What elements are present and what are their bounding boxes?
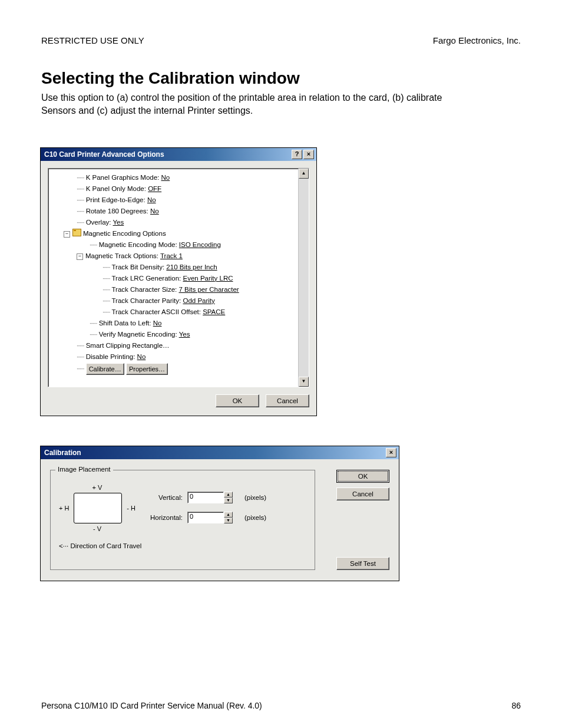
tree-item: ······· Calibrate… Properties… [52,363,296,375]
tree-item[interactable]: ······· Track Character Size: 7 Bits per… [52,284,296,295]
page-number: 86 [511,701,521,710]
direction-label: <··· Direction of Card Travel [59,542,306,549]
properties-button[interactable]: Properties… [126,363,168,375]
tree-item-value: No [161,174,170,181]
tree-item-label: Track Character Size: [111,286,177,293]
tree-item-value: 210 Bits per Inch [166,263,217,271]
minus-v-label: - V [59,525,135,533]
tree-item[interactable]: ······· Print Edge-to-Edge: No [52,195,296,206]
tree-connector-icon: ······· [77,174,84,181]
tree-connector-icon: ······· [77,365,84,372]
intro-text: Use this option to (a) control the posit… [41,91,465,118]
horizontal-units: (pixels) [244,514,266,521]
close-icon[interactable]: × [386,448,396,457]
advanced-options-dialog: C10 Card Printer Advanced Options ? × ··… [40,147,317,416]
tree-item-value: Yes [179,331,190,338]
vertical-input[interactable]: 0 [187,492,224,503]
tree-item-value: Even Parity LRC [183,275,233,282]
tree-item-value: No [137,353,146,360]
card-rect-icon [74,493,122,523]
tree-connector-icon: ······· [103,298,110,304]
ok-button[interactable]: OK [336,470,389,483]
tree-item-value: No [147,196,156,203]
tree-item-value: ISO Encoding [179,241,221,248]
titlebar: Calibration × [41,446,399,459]
calibrate-button[interactable]: Calibrate… [86,363,124,375]
tree-item-label: Track LRC Generation: [111,275,181,282]
tree-item[interactable]: ······· Smart Clipping Rectangle… [52,340,296,351]
tree-item[interactable]: −Magnetic Encoding Options [52,228,296,239]
tree-connector-icon: ······· [90,242,97,248]
folder-icon [72,229,81,236]
tree-item[interactable]: ······· Track Character Parity: Odd Pari… [52,295,296,307]
tree-item[interactable]: ······· K Panel Graphics Mode: No [52,172,296,183]
header-right: Fargo Electronics, Inc. [433,35,521,45]
tree-connector-icon: ······· [77,219,84,226]
tree-item[interactable]: ······· Magnetic Encoding Mode: ISO Enco… [52,239,296,251]
tree-item[interactable]: ······· Track Character ASCII Offset: SP… [52,307,296,318]
tree-item-value: OFF [148,185,161,192]
vertical-label: Vertical: [147,494,183,501]
scroll-down-icon[interactable]: ▼ [299,377,309,387]
tree-item[interactable]: ······· Shift Data to Left: No [52,318,296,329]
tree-connector-icon: ······· [103,275,110,282]
image-placement-group: Image Placement + V + H - H - V Vertic [50,470,315,570]
tree-item-label: Magnetic Encoding Mode: [99,241,177,248]
dialog-title: C10 Card Printer Advanced Options [44,150,164,159]
placement-preview: + V + H - H - V [59,483,135,533]
footer-left: Persona C10/M10 ID Card Printer Service … [41,701,262,710]
tree-connector-icon: ······· [90,331,97,338]
tree-item-label: Track Bit Density: [111,263,164,271]
horizontal-label: Horizontal: [147,514,183,521]
tree-item-value: Yes [113,219,124,226]
cancel-button[interactable]: Cancel [266,394,309,407]
tree-item[interactable]: ······· Disable Printing: No [52,351,296,363]
tree-item[interactable]: −Magnetic Track Options: Track 1 [52,251,296,262]
tree-connector-icon: ······· [77,208,84,215]
tree-connector-icon: ······· [90,320,97,327]
tree-item-label: Print Edge-to-Edge: [86,196,146,203]
plus-h-label: + H [59,504,69,512]
vertical-spinner[interactable]: ▲▼ [224,492,233,503]
tree-item-value: Odd Parity [183,297,214,304]
help-icon[interactable]: ? [292,150,302,159]
horizontal-input[interactable]: 0 [187,512,224,523]
tree-item[interactable]: ······· K Panel Only Mode: OFF [52,183,296,195]
tree-item-value: No [153,319,162,327]
tree-item-label: Magnetic Encoding Options [83,230,166,237]
tree-item[interactable]: ······· Verify Magnetic Encoding: Yes [52,329,296,340]
tree-view[interactable]: ······· K Panel Graphics Mode: No·······… [48,168,309,387]
close-icon[interactable]: × [303,150,314,159]
group-legend: Image Placement [55,466,113,473]
horizontal-spinner[interactable]: ▲▼ [224,512,233,523]
tree-item[interactable]: ······· Track LRC Generation: Even Parit… [52,273,296,284]
collapse-icon[interactable]: − [64,231,70,238]
tree-item-value: No [150,207,159,215]
tree-connector-icon: ······· [77,186,84,192]
minus-h-label: - H [127,504,135,512]
scrollbar[interactable]: ▲ ▼ [298,169,309,387]
collapse-icon[interactable]: − [77,253,83,260]
tree-item-label: Shift Data to Left: [99,319,151,327]
scroll-up-icon[interactable]: ▲ [299,169,309,179]
titlebar: C10 Card Printer Advanced Options ? × [41,148,316,161]
vertical-units: (pixels) [244,494,266,501]
tree-item-value: SPACE [203,308,225,315]
tree-item[interactable]: ······· Overlay: Yes [52,217,296,228]
calibration-dialog: Calibration × Image Placement + V + H - … [40,446,399,581]
ok-button[interactable]: OK [216,394,259,407]
cancel-button[interactable]: Cancel [336,487,389,500]
tree-item-value: 7 Bits per Character [178,286,239,293]
dialog-title: Calibration [44,449,81,457]
header-left: RESTRICTED USE ONLY [41,35,144,45]
tree-item-label: Track Character Parity: [111,297,181,304]
tree-item-label: K Panel Graphics Mode: [86,174,160,181]
tree-connector-icon: ······· [103,309,110,315]
tree-item-value: Track 1 [160,252,183,259]
tree-item[interactable]: ······· Rotate 180 Degrees: No [52,206,296,217]
tree-item-label: Rotate 180 Degrees: [86,207,148,215]
tree-connector-icon: ······· [77,197,84,203]
self-test-button[interactable]: Self Test [336,557,389,570]
tree-item-label: Disable Printing: [86,353,135,360]
tree-item[interactable]: ······· Track Bit Density: 210 Bits per … [52,262,296,273]
